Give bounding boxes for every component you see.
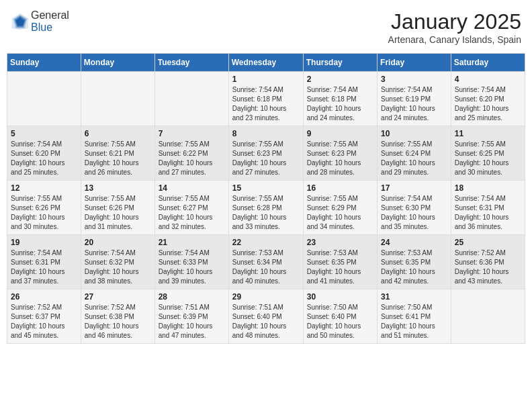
day-number: 2 xyxy=(307,75,373,84)
calendar-cell: 16Sunrise: 7:55 AM Sunset: 6:29 PM Dayli… xyxy=(303,181,377,235)
day-info: Sunrise: 7:55 AM Sunset: 6:26 PM Dayligh… xyxy=(85,194,151,232)
day-number: 24 xyxy=(381,238,447,247)
day-info: Sunrise: 7:55 AM Sunset: 6:24 PM Dayligh… xyxy=(381,140,447,177)
calendar-cell: 14Sunrise: 7:55 AM Sunset: 6:27 PM Dayli… xyxy=(154,181,228,235)
day-info: Sunrise: 7:54 AM Sunset: 6:18 PM Dayligh… xyxy=(232,85,300,123)
day-info: Sunrise: 7:50 AM Sunset: 6:40 PM Dayligh… xyxy=(307,303,373,340)
weekday-header: Friday xyxy=(378,54,451,72)
page-header: General Blue January 2025 Artenara, Cana… xyxy=(7,7,525,48)
weekday-header: Tuesday xyxy=(154,54,228,72)
day-info: Sunrise: 7:54 AM Sunset: 6:31 PM Dayligh… xyxy=(11,248,77,286)
day-number: 5 xyxy=(11,129,77,138)
calendar-cell: 25Sunrise: 7:52 AM Sunset: 6:36 PM Dayli… xyxy=(451,235,525,289)
day-number: 1 xyxy=(232,75,300,84)
weekday-header: Saturday xyxy=(451,54,525,72)
day-number: 8 xyxy=(232,129,300,138)
day-info: Sunrise: 7:53 AM Sunset: 6:35 PM Dayligh… xyxy=(307,248,373,286)
calendar-header: SundayMondayTuesdayWednesdayThursdayFrid… xyxy=(7,54,525,72)
logo-icon xyxy=(11,12,30,31)
calendar-cell xyxy=(451,289,525,344)
day-info: Sunrise: 7:54 AM Sunset: 6:18 PM Dayligh… xyxy=(307,85,373,123)
day-info: Sunrise: 7:55 AM Sunset: 6:25 PM Dayligh… xyxy=(455,140,521,177)
day-number: 7 xyxy=(159,129,225,138)
day-info: Sunrise: 7:55 AM Sunset: 6:26 PM Dayligh… xyxy=(11,194,77,232)
day-info: Sunrise: 7:52 AM Sunset: 6:37 PM Dayligh… xyxy=(11,303,77,340)
day-number: 21 xyxy=(159,238,225,247)
day-info: Sunrise: 7:51 AM Sunset: 6:39 PM Dayligh… xyxy=(159,303,225,340)
day-info: Sunrise: 7:52 AM Sunset: 6:36 PM Dayligh… xyxy=(455,248,521,286)
calendar-cell: 7Sunrise: 7:55 AM Sunset: 6:22 PM Daylig… xyxy=(154,126,228,181)
calendar-cell: 22Sunrise: 7:53 AM Sunset: 6:34 PM Dayli… xyxy=(228,235,303,289)
weekday-header: Wednesday xyxy=(228,54,303,72)
calendar-cell: 24Sunrise: 7:53 AM Sunset: 6:35 PM Dayli… xyxy=(378,235,451,289)
day-info: Sunrise: 7:55 AM Sunset: 6:22 PM Dayligh… xyxy=(159,140,225,177)
calendar-cell: 9Sunrise: 7:55 AM Sunset: 6:23 PM Daylig… xyxy=(303,126,377,181)
calendar-cell: 29Sunrise: 7:51 AM Sunset: 6:40 PM Dayli… xyxy=(228,289,303,344)
calendar-cell xyxy=(7,72,81,126)
day-number: 18 xyxy=(455,183,521,193)
calendar-cell: 18Sunrise: 7:54 AM Sunset: 6:31 PM Dayli… xyxy=(451,181,525,235)
calendar-cell: 4Sunrise: 7:54 AM Sunset: 6:20 PM Daylig… xyxy=(451,72,525,126)
calendar-cell: 26Sunrise: 7:52 AM Sunset: 6:37 PM Dayli… xyxy=(7,289,81,344)
month-title: January 2025 xyxy=(388,9,521,34)
day-info: Sunrise: 7:54 AM Sunset: 6:20 PM Dayligh… xyxy=(11,140,77,177)
day-info: Sunrise: 7:53 AM Sunset: 6:34 PM Dayligh… xyxy=(232,248,300,286)
day-number: 31 xyxy=(381,292,447,302)
weekday-header: Thursday xyxy=(303,54,377,72)
day-info: Sunrise: 7:55 AM Sunset: 6:23 PM Dayligh… xyxy=(232,140,300,177)
calendar-cell: 12Sunrise: 7:55 AM Sunset: 6:26 PM Dayli… xyxy=(7,181,81,235)
calendar-cell: 2Sunrise: 7:54 AM Sunset: 6:18 PM Daylig… xyxy=(303,72,377,126)
day-number: 30 xyxy=(307,292,373,302)
day-info: Sunrise: 7:55 AM Sunset: 6:28 PM Dayligh… xyxy=(232,194,300,232)
day-number: 17 xyxy=(381,183,447,193)
day-info: Sunrise: 7:54 AM Sunset: 6:31 PM Dayligh… xyxy=(455,194,521,232)
calendar-cell: 1Sunrise: 7:54 AM Sunset: 6:18 PM Daylig… xyxy=(228,72,303,126)
calendar-cell: 10Sunrise: 7:55 AM Sunset: 6:24 PM Dayli… xyxy=(378,126,451,181)
calendar-cell: 3Sunrise: 7:54 AM Sunset: 6:19 PM Daylig… xyxy=(378,72,451,126)
calendar-cell: 6Sunrise: 7:55 AM Sunset: 6:21 PM Daylig… xyxy=(81,126,154,181)
calendar-week-row: 1Sunrise: 7:54 AM Sunset: 6:18 PM Daylig… xyxy=(7,72,525,126)
calendar-cell: 31Sunrise: 7:50 AM Sunset: 6:41 PM Dayli… xyxy=(378,289,451,344)
day-number: 20 xyxy=(85,238,151,247)
day-info: Sunrise: 7:55 AM Sunset: 6:27 PM Dayligh… xyxy=(159,194,225,232)
day-info: Sunrise: 7:50 AM Sunset: 6:41 PM Dayligh… xyxy=(381,303,447,340)
day-number: 26 xyxy=(11,292,77,302)
day-number: 14 xyxy=(159,183,225,193)
day-number: 22 xyxy=(232,238,300,247)
calendar-cell: 30Sunrise: 7:50 AM Sunset: 6:40 PM Dayli… xyxy=(303,289,377,344)
weekday-header: Sunday xyxy=(7,54,81,72)
day-number: 27 xyxy=(85,292,151,302)
calendar-body: 1Sunrise: 7:54 AM Sunset: 6:18 PM Daylig… xyxy=(7,72,525,344)
day-number: 23 xyxy=(307,238,373,247)
calendar-table: SundayMondayTuesdayWednesdayThursdayFrid… xyxy=(7,53,525,344)
day-info: Sunrise: 7:52 AM Sunset: 6:38 PM Dayligh… xyxy=(85,303,151,340)
calendar-cell: 19Sunrise: 7:54 AM Sunset: 6:31 PM Dayli… xyxy=(7,235,81,289)
day-info: Sunrise: 7:54 AM Sunset: 6:30 PM Dayligh… xyxy=(381,194,447,232)
day-info: Sunrise: 7:54 AM Sunset: 6:32 PM Dayligh… xyxy=(85,248,151,286)
day-number: 4 xyxy=(455,75,521,84)
day-number: 28 xyxy=(159,292,225,302)
calendar-cell: 21Sunrise: 7:54 AM Sunset: 6:33 PM Dayli… xyxy=(154,235,228,289)
day-number: 13 xyxy=(85,183,151,193)
day-info: Sunrise: 7:51 AM Sunset: 6:40 PM Dayligh… xyxy=(232,303,300,340)
day-info: Sunrise: 7:54 AM Sunset: 6:20 PM Dayligh… xyxy=(455,85,521,123)
day-number: 15 xyxy=(232,183,300,193)
calendar-cell: 17Sunrise: 7:54 AM Sunset: 6:30 PM Dayli… xyxy=(378,181,451,235)
day-info: Sunrise: 7:55 AM Sunset: 6:23 PM Dayligh… xyxy=(307,140,373,177)
day-number: 3 xyxy=(381,75,447,84)
calendar-cell: 8Sunrise: 7:55 AM Sunset: 6:23 PM Daylig… xyxy=(228,126,303,181)
calendar-cell xyxy=(154,72,228,126)
day-number: 12 xyxy=(11,183,77,193)
calendar-cell: 27Sunrise: 7:52 AM Sunset: 6:38 PM Dayli… xyxy=(81,289,154,344)
calendar-cell: 20Sunrise: 7:54 AM Sunset: 6:32 PM Dayli… xyxy=(81,235,154,289)
calendar-cell xyxy=(81,72,154,126)
calendar-cell: 23Sunrise: 7:53 AM Sunset: 6:35 PM Dayli… xyxy=(303,235,377,289)
day-number: 19 xyxy=(11,238,77,247)
day-number: 9 xyxy=(307,129,373,138)
weekday-row: SundayMondayTuesdayWednesdayThursdayFrid… xyxy=(7,54,525,72)
calendar-week-row: 12Sunrise: 7:55 AM Sunset: 6:26 PM Dayli… xyxy=(7,181,525,235)
day-number: 6 xyxy=(85,129,151,138)
calendar-cell: 15Sunrise: 7:55 AM Sunset: 6:28 PM Dayli… xyxy=(228,181,303,235)
day-info: Sunrise: 7:53 AM Sunset: 6:35 PM Dayligh… xyxy=(381,248,447,286)
title-block: January 2025 Artenara, Canary Islands, S… xyxy=(388,9,521,45)
